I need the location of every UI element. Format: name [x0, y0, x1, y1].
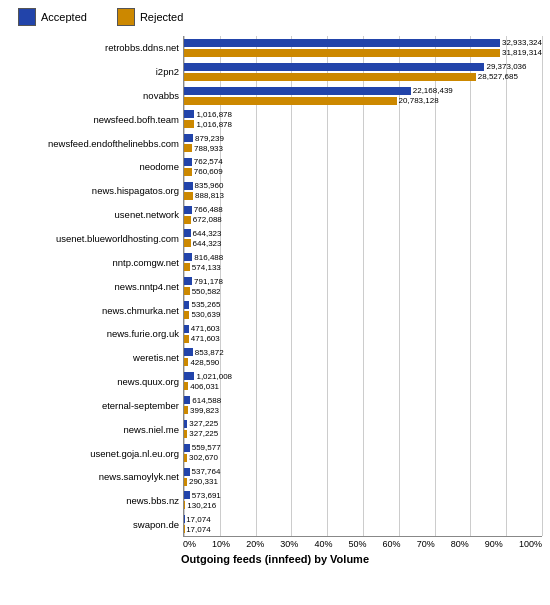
rejected-value: 788,933 [194, 144, 223, 153]
bar-row: 791,178550,582 [184, 274, 542, 298]
rejected-value: 644,323 [193, 239, 222, 248]
rejected-value: 471,603 [191, 334, 220, 343]
bar-row: 614,588399,823 [184, 393, 542, 417]
accepted-value: 22,168,439 [413, 86, 453, 95]
rejected-bar [184, 382, 188, 390]
accepted-bar [184, 301, 189, 309]
bar-row: 537,764290,331 [184, 465, 542, 489]
y-label: news.bbs.nz [126, 492, 179, 510]
accepted-bar [184, 372, 194, 380]
rejected-bar [184, 73, 476, 81]
y-label: news.furie.org.uk [107, 325, 179, 343]
rejected-value: 130,216 [187, 501, 216, 510]
accepted-bar [184, 182, 193, 190]
accepted-value: 766,488 [194, 205, 223, 214]
accepted-value: 537,764 [192, 467, 221, 476]
y-label: newsfeed.endofthelinebbs.com [48, 134, 179, 152]
accepted-bar [184, 420, 187, 428]
y-label: news.hispagatos.org [92, 182, 179, 200]
rejected-value: 530,639 [191, 310, 220, 319]
rejected-bar [184, 454, 187, 462]
bar-row: 853,872428,590 [184, 346, 542, 370]
chart-container: Accepted Rejected retrobbs.ddns.neti2pn2… [0, 0, 550, 605]
accepted-value: 327,225 [189, 419, 218, 428]
bar-row: 573,691130,216 [184, 488, 542, 512]
accepted-value: 1,016,878 [196, 110, 232, 119]
rejected-value: 672,088 [193, 215, 222, 224]
accepted-bar [184, 253, 192, 261]
x-axis: 0%10%20%30%40%50%60%70%80%90%100% [183, 537, 542, 549]
rejected-value: 302,670 [189, 453, 218, 462]
bar-row: 835,960888,813 [184, 179, 542, 203]
accepted-value: 879,239 [195, 134, 224, 143]
rejected-bar [184, 216, 191, 224]
y-label: weretis.net [133, 349, 179, 367]
bar-row: 1,016,8781,016,878 [184, 107, 542, 131]
bars-section: 32,933,32431,819,31429,373,03628,527,685… [183, 36, 542, 537]
y-label: novabbs [143, 87, 179, 105]
rejected-bar [184, 406, 188, 414]
x-tick: 100% [519, 539, 542, 549]
rejected-bar [184, 192, 193, 200]
bar-row: 535,265530,639 [184, 298, 542, 322]
bar-row: 29,373,03628,527,685 [184, 60, 542, 84]
rejected-bar [184, 120, 194, 128]
accepted-value: 816,488 [194, 253, 223, 262]
legend: Accepted Rejected [8, 8, 542, 26]
y-label: usenet.blueworldhosting.com [56, 230, 179, 248]
rejected-value: 28,527,685 [478, 72, 518, 81]
y-label: news.samoylyk.net [99, 468, 179, 486]
bar-row: 17,07417,074 [184, 512, 542, 536]
y-label: news.nntp4.net [115, 277, 179, 295]
rejected-bar [184, 478, 187, 486]
bar-row: 327,225327,225 [184, 417, 542, 441]
x-tick: 40% [314, 539, 332, 549]
x-tick: 60% [383, 539, 401, 549]
x-tick: 20% [246, 539, 264, 549]
bar-row: 32,933,32431,819,314 [184, 36, 542, 60]
accepted-bar [184, 491, 190, 499]
rejected-value: 399,823 [190, 406, 219, 415]
accepted-bar [184, 206, 192, 214]
legend-rejected: Rejected [117, 8, 183, 26]
y-label: i2pn2 [156, 63, 179, 81]
accepted-value: 559,577 [192, 443, 221, 452]
rejected-value: 17,074 [186, 525, 210, 534]
accepted-bar [184, 158, 192, 166]
y-label: swapon.de [133, 516, 179, 534]
chart-area: retrobbs.ddns.neti2pn2novabbsnewsfeed.bo… [8, 36, 542, 537]
accepted-bar [184, 87, 411, 95]
y-label: newsfeed.bofh.team [93, 110, 179, 128]
y-label: news.chmurka.net [102, 301, 179, 319]
bar-row: 762,574760,609 [184, 155, 542, 179]
rejected-value: 327,225 [189, 429, 218, 438]
rejected-bar [184, 97, 397, 105]
rejected-value: 1,016,878 [196, 120, 232, 129]
rejected-bar [184, 501, 185, 509]
y-label: usenet.goja.nl.eu.org [90, 444, 179, 462]
rejected-bar [184, 144, 192, 152]
accepted-value: 762,574 [194, 157, 223, 166]
bar-row: 644,323644,323 [184, 227, 542, 251]
accepted-label: Accepted [41, 11, 87, 23]
rejected-bar [184, 287, 190, 295]
rejected-value: 888,813 [195, 191, 224, 200]
rejected-bar [184, 335, 189, 343]
y-label: neodome [139, 158, 179, 176]
rejected-bar [184, 49, 500, 57]
rejected-label: Rejected [140, 11, 183, 23]
rejected-value: 20,783,128 [399, 96, 439, 105]
accepted-value: 17,074 [186, 515, 210, 524]
accepted-bar [184, 39, 500, 47]
rejected-bar [184, 430, 187, 438]
bar-row: 22,168,43920,783,128 [184, 84, 542, 108]
rejected-value: 31,819,314 [502, 48, 542, 57]
y-label: news.quux.org [117, 373, 179, 391]
x-tick: 50% [348, 539, 366, 549]
x-tick: 90% [485, 539, 503, 549]
accepted-value: 835,960 [195, 181, 224, 190]
x-tick: 0% [183, 539, 196, 549]
accepted-value: 644,323 [193, 229, 222, 238]
x-tick: 30% [280, 539, 298, 549]
rejected-value: 550,582 [192, 287, 221, 296]
